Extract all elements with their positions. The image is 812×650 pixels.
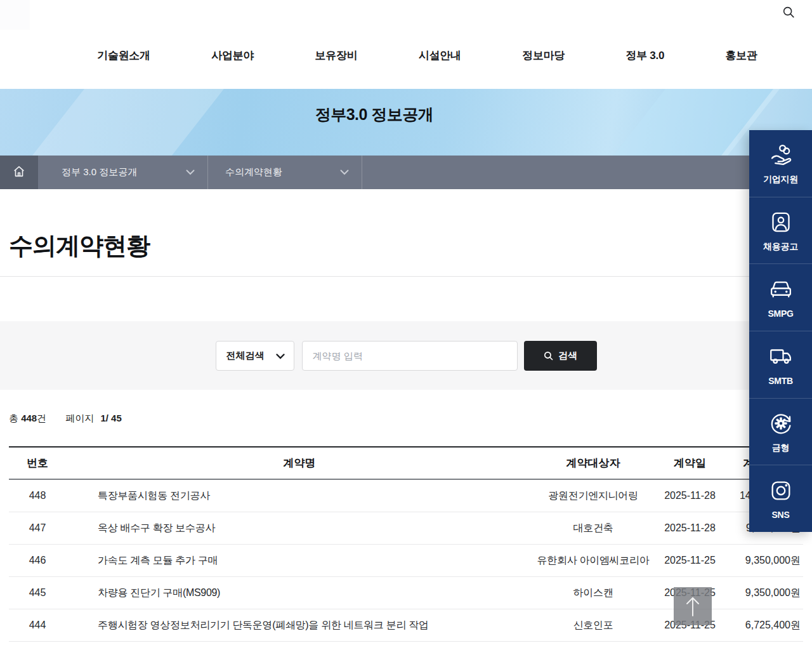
quick-menu-label: 채용공고 [763,241,798,253]
breadcrumb-label: 정부 3.0 정보공개 [62,166,137,178]
quick-menu-item-business-support[interactable]: 기업지원 [749,130,812,197]
table-header-row: 번호 계약명 계약대상자 계약일 계약금액 [9,448,803,480]
car-icon [768,276,794,303]
hand-coins-icon [768,142,794,168]
nav-item-gov30[interactable]: 정부 3.0 [626,48,665,63]
chevron-down-icon [276,350,285,361]
cell-party: 유한회사 아이엠씨코리아 [533,554,653,567]
home-button[interactable] [0,156,38,189]
page-value: 1/ 45 [100,413,121,423]
col-header-party: 계약대상자 [533,456,653,470]
cell-no: 447 [9,522,66,534]
cell-party: 하이스캔 [533,587,653,600]
cell-contract-name[interactable]: 차량용 진단기 구매(MS909) [66,587,533,600]
search-category-select[interactable]: 전체검색 [216,341,294,371]
cell-contract-name[interactable]: 특장부품시험동 전기공사 [66,489,533,503]
search-button[interactable]: 검색 [524,341,597,371]
table-row[interactable]: 448 특장부품시험동 전기공사 광원전기엔지니어링 2025-11-28 14… [9,480,803,512]
quick-menu: 기업지원 채용공고 SMPG [749,130,812,532]
cell-no: 446 [9,555,66,566]
nav-item-about[interactable]: 기술원소개 [97,48,150,63]
quick-menu-label: SNS [772,510,790,520]
cell-date: 2025-11-28 [653,490,726,501]
instagram-icon [768,477,794,504]
chevron-down-icon [340,169,349,175]
quick-menu-label: 기업지원 [763,174,798,185]
quick-menu-item-recruitment[interactable]: 채용공고 [749,197,812,265]
quick-menu-item-mold[interactable]: 금형 [749,399,812,466]
search-category-value: 전체검색 [226,350,265,362]
total-prefix: 총 [9,413,18,423]
nav-item-business[interactable]: 사업분야 [211,48,254,63]
col-header-date: 계약일 [653,456,726,470]
table-row[interactable]: 447 옥상 배수구 확장 보수공사 대호건축 2025-11-28 9,110… [9,512,803,545]
search-button-label: 검색 [558,350,577,362]
quick-menu-item-sns[interactable]: SNS [749,465,812,532]
breadcrumb: 정부 3.0 정보공개 수의계약현황 [0,156,812,189]
cell-amount: 9,350,000원 [726,587,803,600]
quick-menu-item-smtb[interactable]: SMTB [749,331,812,399]
quick-menu-item-smpg[interactable]: SMPG [749,264,812,331]
cell-date: 2025-11-28 [653,522,726,534]
nav-item-facility[interactable]: 시설안내 [419,48,461,63]
cell-party: 광원전기엔지니어링 [533,489,653,503]
quick-menu-label: SMPG [768,308,793,319]
nav-item-pr[interactable]: 홍보관 [726,48,757,63]
arrow-up-icon [683,595,702,618]
title-divider [0,276,812,277]
breadcrumb-menu-gov30[interactable]: 정부 3.0 정보공개 [38,156,208,189]
nav-item-equipment[interactable]: 보유장비 [315,48,358,63]
search-band: 전체검색 검색 [0,321,812,390]
total-count: 448 [21,413,37,423]
logo-placeholder [0,0,30,30]
total-suffix: 건 [37,413,46,423]
main-nav: 기술원소개 사업분야 보유장비 시설안내 정보마당 정부 3.0 홍보관 [67,48,788,63]
page-title: 수의계약현황 [9,230,803,262]
top-header: 기술원소개 사업분야 보유장비 시설안내 정보마당 정부 3.0 홍보관 [0,0,812,89]
cell-no: 448 [9,490,66,501]
cell-amount: 9,350,000원 [726,554,803,567]
cell-party: 신호인포 [533,619,653,632]
search-icon [543,350,554,361]
cell-amount: 6,725,400원 [726,619,803,632]
table-row[interactable]: 443 지반 계측 센서 구매 테스트랩(TESTLAB) 2025-11-24… [9,642,803,650]
home-icon [12,164,26,181]
col-header-no: 번호 [9,456,66,470]
page-label: 페이지 [65,413,94,423]
page-indicator: 페이지 1/ 45 [65,413,122,425]
cell-contract-name[interactable]: 주행시험장 영상정보처리기기 단독운영(폐쇄망)을 위한 네트워크 분리 작업 [66,619,533,632]
cell-contract-name[interactable]: 가속도 계측 모듈 추가 구매 [66,554,533,567]
quick-menu-label: SMTB [768,376,792,386]
quick-menu-label: 금형 [772,442,789,454]
cell-no: 445 [9,587,66,599]
gear-refresh-icon [768,410,794,437]
search-icon[interactable] [782,5,796,19]
breadcrumb-label: 수의계약현황 [225,166,282,178]
truck-icon [768,343,794,370]
page-banner: 정부3.0 정보공개 [0,89,812,156]
results-info: 총 448건 페이지 1/ 45 [9,413,803,425]
chevron-down-icon [186,169,195,175]
scroll-to-top-button[interactable] [674,587,712,625]
cell-no: 444 [9,620,66,631]
search-input[interactable] [302,341,518,371]
col-header-name: 계약명 [66,456,533,470]
banner-title: 정부3.0 정보공개 [0,104,749,125]
cell-contract-name[interactable]: 옥상 배수구 확장 보수공사 [66,522,533,535]
id-card-icon [768,209,794,235]
nav-item-info[interactable]: 정보마당 [522,48,565,63]
cell-party: 대호건축 [533,522,653,535]
total-count-text: 총 448건 [9,413,46,425]
breadcrumb-menu-contracts[interactable]: 수의계약현황 [208,156,362,189]
cell-date: 2025-11-25 [653,555,726,566]
table-row[interactable]: 446 가속도 계측 모듈 추가 구매 유한회사 아이엠씨코리아 2025-11… [9,545,803,577]
